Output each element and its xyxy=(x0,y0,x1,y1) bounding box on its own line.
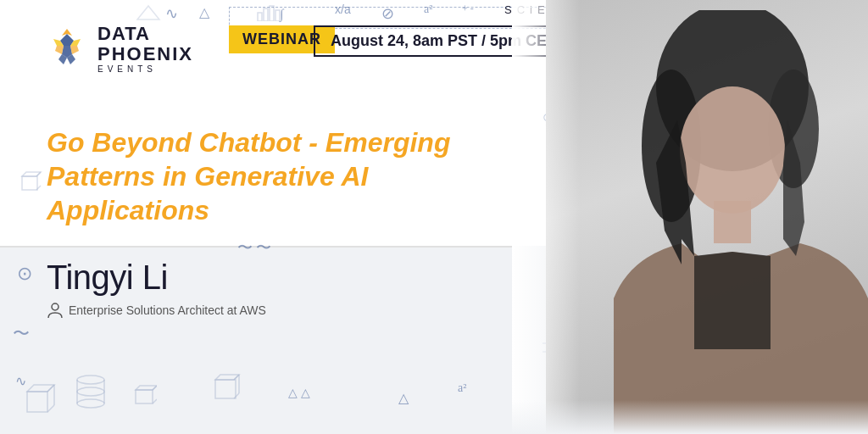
deco-symbol-5: ⊘ xyxy=(381,4,394,23)
svg-line-30 xyxy=(47,385,54,392)
webinar-label: WEBINAR xyxy=(242,31,321,48)
logo-area: DATA PHOENIX EVENTS xyxy=(47,24,193,74)
logo-data-text: DATA xyxy=(97,24,193,44)
svg-point-33 xyxy=(77,376,104,384)
deco-symbol-2: △ xyxy=(199,4,209,20)
logo-phoenix-text: PHOENIX xyxy=(97,44,193,64)
deco-symbol-13: 〜 xyxy=(13,322,30,345)
svg-marker-21 xyxy=(137,6,159,19)
svg-rect-28 xyxy=(27,392,47,412)
speaker-photo-area xyxy=(512,0,868,434)
main-title-text: Go Beyond Chatbot - Emerging Patterns in… xyxy=(47,125,512,227)
title-line-2: Patterns in Generative AI Applications xyxy=(47,161,368,225)
deco-box-center xyxy=(212,371,242,402)
deco-3d-box xyxy=(25,381,59,415)
photo-left-fade xyxy=(512,0,580,434)
svg-rect-3 xyxy=(136,390,153,403)
main-title: Go Beyond Chatbot - Emerging Patterns in… xyxy=(47,125,512,227)
deco-cube-1 xyxy=(131,381,157,407)
phoenix-icon xyxy=(47,27,87,71)
svg-rect-58 xyxy=(714,201,751,243)
photo-bottom-fade xyxy=(512,400,868,434)
speaker-name: Tingyi Li xyxy=(47,259,266,297)
svg-point-53 xyxy=(52,303,58,310)
svg-rect-25 xyxy=(275,10,280,21)
deco-database xyxy=(75,373,107,415)
deco-cube-small xyxy=(19,170,42,193)
deco-triangle-1 xyxy=(136,4,161,21)
deco-symbol-4: x/a xyxy=(335,3,351,16)
speaker-role-text: Enterprise Solutions Architect at AWS xyxy=(69,303,266,317)
svg-line-40 xyxy=(234,375,239,380)
logo-text-group: DATA PHOENIX EVENTS xyxy=(97,24,193,74)
deco-symbol-17: a² xyxy=(458,381,466,395)
svg-rect-38 xyxy=(215,380,236,398)
deco-symbol-6: a² xyxy=(424,3,432,16)
deco-symbol-16: △ xyxy=(398,390,409,406)
svg-point-34 xyxy=(77,387,104,396)
svg-rect-23 xyxy=(264,8,268,21)
speaker-silhouette xyxy=(546,10,868,434)
person-icon xyxy=(47,302,64,319)
deco-symbol-1: ∿ xyxy=(165,4,178,23)
svg-rect-24 xyxy=(270,6,274,21)
page-wrapper: SCiENCE ∿ △ ∫ x/a ⊘ a² + - ⊙ 〜 ⊿ ↗ ⊙ 〜 ∿… xyxy=(0,0,868,434)
svg-point-35 xyxy=(77,399,104,408)
deco-barchart xyxy=(256,4,281,21)
deco-symbol-15: △ △ xyxy=(288,386,310,400)
svg-line-31 xyxy=(47,405,54,412)
deco-symbol-7: + - xyxy=(462,3,474,15)
svg-rect-17 xyxy=(22,176,37,190)
speaker-section: Tingyi Li Enterprise Solutions Architect… xyxy=(47,259,266,319)
deco-wave: 〜〜 xyxy=(237,237,275,258)
speaker-role: Enterprise Solutions Architect at AWS xyxy=(47,302,266,319)
deco-symbol-12: ⊙ xyxy=(17,263,32,285)
svg-line-41 xyxy=(234,393,239,398)
logo-events-text: EVENTS xyxy=(97,64,193,74)
svg-rect-22 xyxy=(258,13,262,21)
svg-point-57 xyxy=(680,86,785,214)
title-line-1: Go Beyond Chatbot - Emerging xyxy=(47,127,450,158)
